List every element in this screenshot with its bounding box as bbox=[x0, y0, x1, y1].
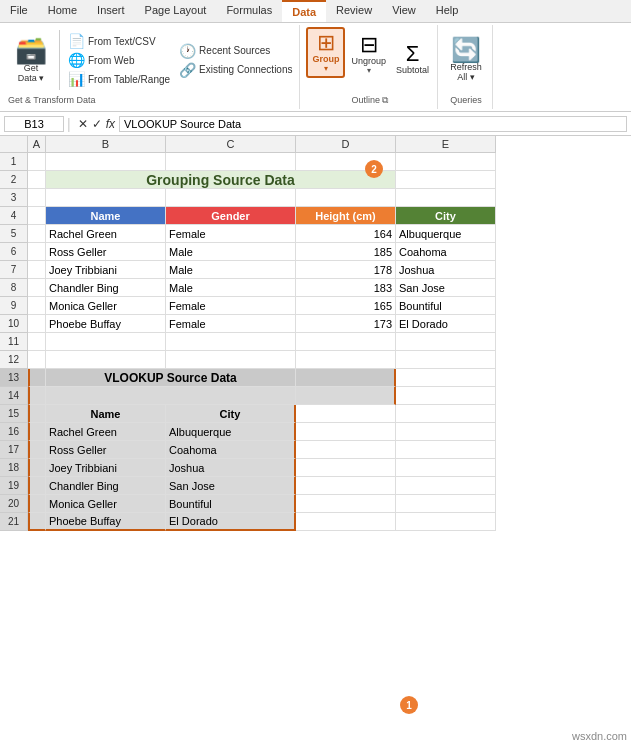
cell-d19[interactable] bbox=[296, 477, 396, 495]
cell-d15[interactable] bbox=[296, 405, 396, 423]
cell-b11[interactable] bbox=[46, 333, 166, 351]
cell-d7[interactable]: 178 bbox=[296, 261, 396, 279]
cell-b7[interactable]: Joey Tribbiani bbox=[46, 261, 166, 279]
tab-page-layout[interactable]: Page Layout bbox=[135, 0, 217, 22]
cell-b21[interactable]: Phoebe Buffay bbox=[46, 513, 166, 531]
tab-formulas[interactable]: Formulas bbox=[216, 0, 282, 22]
cell-a5[interactable] bbox=[28, 225, 46, 243]
col-header-a[interactable]: A bbox=[28, 136, 46, 153]
cell-b12[interactable] bbox=[46, 351, 166, 369]
cell-e3[interactable] bbox=[396, 189, 496, 207]
cell-d18[interactable] bbox=[296, 459, 396, 477]
cell-c16[interactable]: Albuquerque bbox=[166, 423, 296, 441]
cell-e21[interactable] bbox=[396, 513, 496, 531]
cell-a15[interactable] bbox=[28, 405, 46, 423]
cell-a7[interactable] bbox=[28, 261, 46, 279]
cell-c15-city-header[interactable]: City bbox=[166, 405, 296, 423]
cell-a17[interactable] bbox=[28, 441, 46, 459]
cell-a2[interactable] bbox=[28, 171, 46, 189]
formula-input[interactable] bbox=[119, 116, 627, 132]
cell-c7[interactable]: Male bbox=[166, 261, 296, 279]
cell-d4-height-header[interactable]: Height (cm) bbox=[296, 207, 396, 225]
cell-b2-title[interactable]: Grouping Source Data bbox=[46, 171, 396, 189]
tab-help[interactable]: Help bbox=[426, 0, 469, 22]
cell-a18[interactable] bbox=[28, 459, 46, 477]
cell-c1[interactable] bbox=[166, 153, 296, 171]
cell-a20[interactable] bbox=[28, 495, 46, 513]
cell-d11[interactable] bbox=[296, 333, 396, 351]
cell-b14[interactable] bbox=[46, 387, 296, 405]
cell-b16[interactable]: Rachel Green bbox=[46, 423, 166, 441]
cell-a3[interactable] bbox=[28, 189, 46, 207]
cell-c12[interactable] bbox=[166, 351, 296, 369]
cell-d21[interactable] bbox=[296, 513, 396, 531]
cell-e15[interactable] bbox=[396, 405, 496, 423]
tab-view[interactable]: View bbox=[382, 0, 426, 22]
from-text-csv-button[interactable]: 📄 From Text/CSV bbox=[65, 32, 173, 50]
tab-file[interactable]: File bbox=[0, 0, 38, 22]
cell-d14[interactable] bbox=[296, 387, 396, 405]
cell-e17[interactable] bbox=[396, 441, 496, 459]
cell-e8[interactable]: San Jose bbox=[396, 279, 496, 297]
from-table-button[interactable]: 📊 From Table/Range bbox=[65, 70, 173, 88]
existing-connections-button[interactable]: 🔗 Existing Connections bbox=[176, 61, 295, 79]
cell-e20[interactable] bbox=[396, 495, 496, 513]
cell-a1[interactable] bbox=[28, 153, 46, 171]
cell-e13[interactable] bbox=[396, 369, 496, 387]
cell-a9[interactable] bbox=[28, 297, 46, 315]
cell-b15-name-header[interactable]: Name bbox=[46, 405, 166, 423]
cell-b4-name-header[interactable]: Name bbox=[46, 207, 166, 225]
cell-reference-input[interactable] bbox=[4, 116, 64, 132]
cell-b3[interactable] bbox=[46, 189, 166, 207]
group-button[interactable]: ⊞ Group ▾ bbox=[306, 27, 345, 78]
confirm-formula-icon[interactable]: ✓ bbox=[92, 117, 102, 131]
cell-b17[interactable]: Ross Geller bbox=[46, 441, 166, 459]
col-header-c[interactable]: C bbox=[166, 136, 296, 153]
cell-c10[interactable]: Female bbox=[166, 315, 296, 333]
cell-e11[interactable] bbox=[396, 333, 496, 351]
cell-e12[interactable] bbox=[396, 351, 496, 369]
cell-d9[interactable]: 165 bbox=[296, 297, 396, 315]
cell-a10[interactable] bbox=[28, 315, 46, 333]
cell-a16[interactable] bbox=[28, 423, 46, 441]
cell-c18[interactable]: Joshua bbox=[166, 459, 296, 477]
cell-d16[interactable] bbox=[296, 423, 396, 441]
cell-d6[interactable]: 185 bbox=[296, 243, 396, 261]
cell-c19[interactable]: San Jose bbox=[166, 477, 296, 495]
tab-insert[interactable]: Insert bbox=[87, 0, 135, 22]
cell-a14[interactable] bbox=[28, 387, 46, 405]
cell-d13[interactable] bbox=[296, 369, 396, 387]
cell-a8[interactable] bbox=[28, 279, 46, 297]
cell-b18[interactable]: Joey Tribbiani bbox=[46, 459, 166, 477]
tab-review[interactable]: Review bbox=[326, 0, 382, 22]
cell-a12[interactable] bbox=[28, 351, 46, 369]
cell-c9[interactable]: Female bbox=[166, 297, 296, 315]
cell-c3[interactable] bbox=[166, 189, 296, 207]
cell-b20[interactable]: Monica Geller bbox=[46, 495, 166, 513]
cell-e14[interactable] bbox=[396, 387, 496, 405]
cell-a11[interactable] bbox=[28, 333, 46, 351]
from-web-button[interactable]: 🌐 From Web bbox=[65, 51, 173, 69]
refresh-all-button[interactable]: 🔄 Refresh All ▾ bbox=[444, 36, 488, 84]
subtotal-button[interactable]: Σ Subtotal bbox=[392, 40, 433, 78]
ungroup-button[interactable]: ⊟ Ungroup ▾ bbox=[347, 31, 390, 78]
cell-a13[interactable] bbox=[28, 369, 46, 387]
cell-e5[interactable]: Albuquerque bbox=[396, 225, 496, 243]
cell-e10[interactable]: El Dorado bbox=[396, 315, 496, 333]
cell-e6[interactable]: Coahoma bbox=[396, 243, 496, 261]
cell-c5[interactable]: Female bbox=[166, 225, 296, 243]
cell-a21[interactable] bbox=[28, 513, 46, 531]
cell-e1[interactable] bbox=[396, 153, 496, 171]
cell-b1[interactable] bbox=[46, 153, 166, 171]
cell-e19[interactable] bbox=[396, 477, 496, 495]
cell-e9[interactable]: Bountiful bbox=[396, 297, 496, 315]
tab-home[interactable]: Home bbox=[38, 0, 87, 22]
cell-d17[interactable] bbox=[296, 441, 396, 459]
cell-e16[interactable] bbox=[396, 423, 496, 441]
cell-d12[interactable] bbox=[296, 351, 396, 369]
col-header-b[interactable]: B bbox=[46, 136, 166, 153]
cell-d3[interactable] bbox=[296, 189, 396, 207]
cell-e18[interactable] bbox=[396, 459, 496, 477]
cell-b6[interactable]: Ross Geller bbox=[46, 243, 166, 261]
cell-b19[interactable]: Chandler Bing bbox=[46, 477, 166, 495]
